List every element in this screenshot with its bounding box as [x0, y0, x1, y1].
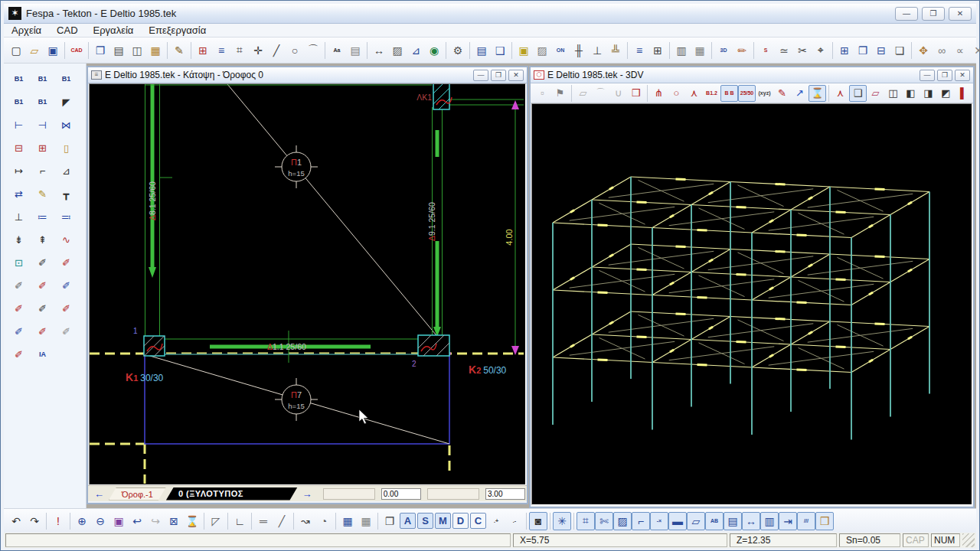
select-path-icon[interactable]: ↝	[296, 512, 315, 530]
level-low-field[interactable]	[381, 488, 421, 500]
slab-outline-toggle-icon[interactable]: ▱	[687, 512, 705, 530]
comment-note-icon[interactable]: ❏	[890, 41, 909, 60]
level-tool-icon[interactable]: ⊿	[407, 41, 425, 60]
zoom-extents-icon[interactable]: ⊠	[165, 512, 183, 530]
beam-renumber-icon[interactable]: ⇄	[7, 182, 31, 205]
search-binoculars-icon[interactable]: ⌖	[812, 41, 830, 60]
beam-crane-icon[interactable]: ⊿	[54, 159, 78, 182]
cad-transfer-icon[interactable]: CAD	[67, 41, 86, 60]
text-tool-icon[interactable]: Aa	[328, 41, 346, 60]
minimize-button[interactable]: —	[895, 7, 918, 21]
layers-globe-icon[interactable]: ◉	[425, 41, 443, 60]
picker-beam-red-icon[interactable]: ✐	[7, 297, 31, 320]
table-grid-icon[interactable]: ▦	[357, 512, 375, 530]
print-icon[interactable]: ▤	[109, 41, 128, 60]
picker-section-icon[interactable]: ✐	[31, 297, 54, 320]
menu-ergaleia[interactable]: Εργαλεία	[93, 24, 134, 36]
member-insert-icon[interactable]: ⋔	[650, 85, 668, 102]
window-new-icon[interactable]: ⊞	[835, 41, 854, 60]
beam-truss-icon[interactable]: ⋈	[54, 113, 78, 136]
red-band-icon[interactable]: ▌	[955, 85, 972, 102]
solid-view-2-icon[interactable]: ◧	[902, 85, 920, 102]
picker-plain-icon[interactable]: ✐	[54, 320, 78, 343]
beam-dim-b1-icon[interactable]: B1	[31, 90, 54, 113]
node-tripod-icon[interactable]: ⋏	[685, 85, 703, 102]
doc-toggle-icon[interactable]: ▤	[724, 512, 742, 530]
rotate-tripod-icon[interactable]: ⋏	[831, 85, 849, 102]
solid-view-1-icon[interactable]: ◫	[884, 85, 902, 102]
plan-canvas[interactable]: 4.00Π1h=15Π7h=15Δ8.1 25/60Δ9.1 25/60Δ1.1…	[89, 83, 526, 485]
beam-new-b1-icon[interactable]: B1	[7, 67, 31, 90]
support-fixed-icon[interactable]: ╩	[606, 41, 625, 60]
grid-toggle-icon[interactable]: ⌗	[577, 512, 595, 530]
solid-toggle-icon[interactable]: ▬	[668, 512, 687, 530]
plan-close-button[interactable]: ✕	[508, 70, 524, 81]
point-add-icon[interactable]: .+	[487, 512, 505, 530]
beam-insert-b1-icon[interactable]: B1	[31, 67, 54, 90]
computer-tool-icon[interactable]: ⊡	[7, 251, 31, 274]
layer-toggle-s[interactable]: S	[417, 513, 433, 529]
beam-side-edit-icon[interactable]: ▯	[54, 136, 78, 159]
view-flag-icon[interactable]: ⚑	[551, 85, 569, 102]
view-3d-icon[interactable]: 3D	[714, 41, 733, 60]
save-icon[interactable]: ▣	[44, 41, 62, 60]
calculator-icon[interactable]: ⊞	[648, 41, 667, 60]
window-tile-icon[interactable]: ⊟	[872, 41, 890, 60]
plan-maximize-button[interactable]: ❐	[491, 70, 506, 81]
arc-tool-icon[interactable]: ⌒	[304, 41, 322, 60]
column-grid-icon[interactable]: ▦	[691, 41, 709, 60]
new-document-icon[interactable]: ▢	[7, 41, 25, 60]
view3d-close-button[interactable]: ✕	[955, 70, 970, 81]
beam-node-arrows-icon[interactable]: ⊞	[31, 136, 54, 159]
unlink-chain-icon[interactable]: ∝	[951, 41, 969, 60]
hourglass-toggle-icon[interactable]: ⌛	[808, 85, 826, 102]
close-tool-icon[interactable]: ✕	[969, 41, 980, 60]
hatch-tool-icon[interactable]: ▨	[388, 41, 407, 60]
select-nodes-icon[interactable]: ▫	[534, 85, 551, 102]
solid-view-3-icon[interactable]: ◨	[920, 85, 937, 102]
close-button[interactable]: ✕	[949, 7, 972, 21]
print-batch-icon[interactable]: ▥	[672, 41, 691, 60]
node-tool-icon[interactable]: ✛	[249, 41, 267, 60]
text-toggle-icon[interactable]: AB	[705, 512, 724, 530]
protractor-icon[interactable]: ◔	[315, 512, 333, 530]
redo-icon[interactable]: ↷	[25, 512, 44, 530]
doc-export-icon[interactable]: ❑	[491, 41, 509, 60]
picker-level-red-icon[interactable]: ✐	[54, 251, 78, 274]
beam-support-end-icon[interactable]: ⊣	[31, 113, 54, 136]
s-curve-tool-icon[interactable]: S	[756, 41, 775, 60]
beam-t-section-icon[interactable]: ┳	[54, 182, 78, 205]
copy-icon[interactable]: ❐	[91, 41, 109, 60]
axis-dim-icon[interactable]: ╫	[570, 41, 588, 60]
table-edit-icon[interactable]: ▦	[338, 512, 357, 530]
render-book-icon[interactable]: ❒	[627, 85, 645, 102]
zoom-in-icon[interactable]: ⊕	[73, 512, 91, 530]
beam-edge-toggle-icon[interactable]: ⌐	[632, 512, 650, 530]
prev-storey-arrow[interactable]: ←	[90, 488, 109, 500]
circle-tool-icon[interactable]: ○	[286, 41, 304, 60]
window-cascade-icon[interactable]: ❐	[854, 41, 872, 60]
layer-toggle-a[interactable]: A	[400, 513, 416, 529]
beam-edit-b1-icon[interactable]: B1	[7, 90, 31, 113]
label-toggle-2550-icon[interactable]: 25/50	[738, 85, 756, 102]
beam-section-boxes-icon[interactable]: ⊟	[7, 136, 31, 159]
measure-line-icon[interactable]: ╱	[273, 512, 291, 530]
dimension-tool-icon[interactable]: ↔	[370, 41, 388, 60]
beam-zigzag-icon[interactable]: ∿	[54, 228, 78, 251]
picker-section-blue-icon[interactable]: ✐	[7, 320, 31, 343]
snap-corner-icon[interactable]: ◸	[207, 512, 225, 530]
main-titlebar[interactable]: ✶ Fespa - Tekton - E Deltio 1985.tek — ❐…	[4, 4, 976, 24]
pencil-note-icon[interactable]: ✎	[773, 85, 791, 102]
zoom-out-icon[interactable]: ⊖	[91, 512, 109, 530]
brush-tool-icon[interactable]: ◤	[54, 90, 78, 113]
copy-stack-icon[interactable]: ❐	[381, 512, 399, 530]
axes-orient-icon[interactable]: ↗	[791, 85, 808, 102]
slab-face-icon[interactable]: ▱	[867, 85, 884, 102]
resize-grip[interactable]	[962, 533, 975, 547]
support-pin-icon[interactable]: ⊥	[588, 41, 606, 60]
layer-toggle-m[interactable]: M	[435, 513, 451, 529]
trim-toggle-icon[interactable]: -×	[650, 512, 668, 530]
snap-on-icon[interactable]: ON	[551, 41, 570, 60]
storey-tab-minus1[interactable]: Όροφ.-1	[109, 487, 166, 500]
picker-beam-icon[interactable]: ✐	[54, 274, 78, 297]
